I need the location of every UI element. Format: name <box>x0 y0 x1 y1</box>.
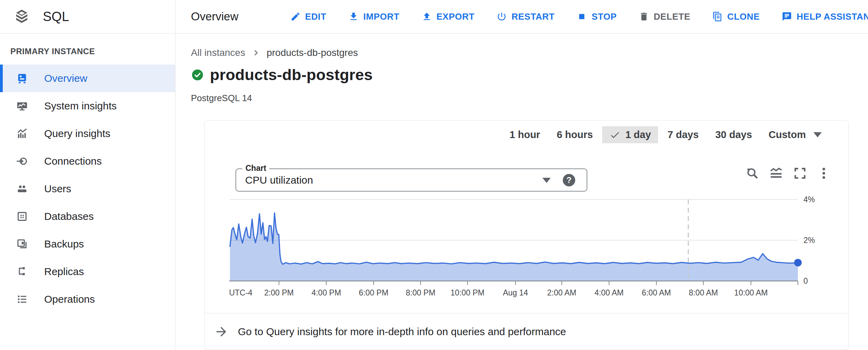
selected-indicator <box>0 203 3 230</box>
x-label: 8:00 AM <box>689 288 718 297</box>
selected-indicator <box>0 285 3 313</box>
action-label: IMPORT <box>363 11 399 22</box>
x-label: 6:00 PM <box>359 288 388 297</box>
action-label: EXPORT <box>436 11 475 22</box>
sidebar-item-label: Query insights <box>44 128 110 139</box>
zoom-reset-icon[interactable] <box>745 166 760 181</box>
selected-indicator <box>0 65 3 92</box>
x-label: 10:00 PM <box>451 288 484 297</box>
x-label: UTC-4 <box>229 288 252 297</box>
sidebar-item-label: Databases <box>44 211 94 222</box>
sidebar-item-overview[interactable]: Overview <box>0 65 175 92</box>
breadcrumb: All instances products-db-postgres <box>191 47 868 58</box>
sidebar-nav: OverviewSystem insightsQuery insightsCon… <box>0 65 175 313</box>
sidebar-item-system-insights[interactable]: System insights <box>0 92 175 120</box>
export-button[interactable]: EXPORT <box>422 11 475 22</box>
time-range-label: 1 day <box>625 129 651 140</box>
sidebar-item-backups[interactable]: Backups <box>0 230 175 258</box>
sidebar-item-label: Connections <box>44 155 102 167</box>
delete-button[interactable]: DELETE <box>639 11 690 22</box>
page-title: Overview <box>191 10 239 23</box>
time-range-label: 30 days <box>715 129 752 140</box>
sidebar-item-connections[interactable]: Connections <box>0 147 175 175</box>
more-vert-icon[interactable] <box>817 166 831 181</box>
sidebar-item-operations[interactable]: Operations <box>0 285 175 313</box>
y-label: 4% <box>803 195 815 204</box>
y-label: 2% <box>803 236 815 245</box>
query-insights-link[interactable]: Go to Query insights for more in-depth i… <box>205 313 848 350</box>
instance-toolbar: Overview EDITIMPORTEXPORTRESTARTSTOPDELE… <box>175 0 868 33</box>
connections-icon <box>16 155 28 167</box>
time-range-1-day[interactable]: 1 day <box>602 126 658 143</box>
databases-icon <box>16 211 28 222</box>
chart-metric-select[interactable]: Chart CPU utilization ? <box>235 168 587 192</box>
sidebar-section-label: PRIMARY INSTANCE <box>0 33 175 65</box>
selected-indicator <box>0 230 3 258</box>
chart-toolbar <box>745 166 831 181</box>
stop-button[interactable]: STOP <box>577 11 617 22</box>
backups-icon <box>16 238 28 250</box>
area-chart-icon[interactable] <box>769 166 783 181</box>
time-range-7-days[interactable]: 7 days <box>660 126 706 143</box>
time-range-1-hour[interactable]: 1 hour <box>502 126 548 143</box>
sidebar-item-users[interactable]: Users <box>0 175 175 203</box>
time-range-custom[interactable]: Custom <box>761 126 829 143</box>
delete-icon <box>639 11 649 22</box>
instance-version: PostgreSQL 14 <box>191 93 868 104</box>
edit-button[interactable]: EDIT <box>290 11 327 22</box>
sidebar-item-query-insights[interactable]: Query insights <box>0 120 175 147</box>
chart-metric-value: CPU utilization <box>245 174 313 186</box>
cpu-utilization-chart[interactable]: UTC-42:00 PM4:00 PM6:00 PM8:00 PM10:00 P… <box>205 192 849 306</box>
selected-indicator <box>0 120 3 147</box>
sidebar: PRIMARY INSTANCE OverviewSystem insights… <box>0 33 175 350</box>
sidebar-item-label: Replicas <box>44 266 84 278</box>
cpu-line <box>230 213 798 264</box>
x-label: 8:00 PM <box>406 288 435 297</box>
main-content: All instances products-db-postgres produ… <box>175 33 868 350</box>
y-label: 0 <box>803 276 808 285</box>
x-label: 4:00 PM <box>311 288 341 297</box>
x-label: 10:00 AM <box>734 288 768 297</box>
action-label: STOP <box>591 11 617 22</box>
import-icon <box>348 11 359 22</box>
chevron-right-icon <box>251 48 261 58</box>
product-brand: SQL <box>0 0 175 33</box>
action-label: EDIT <box>305 11 327 22</box>
dropdown-caret-icon <box>813 132 822 137</box>
operations-icon <box>16 293 28 305</box>
time-range-6-hours[interactable]: 6 hours <box>549 126 600 143</box>
restart-button[interactable]: RESTART <box>496 11 554 22</box>
clone-icon <box>712 11 723 22</box>
restart-icon <box>496 11 507 22</box>
sidebar-item-label: System insights <box>44 100 117 112</box>
help-assistant-icon <box>782 11 792 22</box>
time-range-30-days[interactable]: 30 days <box>708 126 759 143</box>
help-icon[interactable]: ? <box>563 174 575 186</box>
action-label: DELETE <box>654 11 690 22</box>
sidebar-item-label: Backups <box>44 238 84 250</box>
system-insights-icon <box>16 100 28 112</box>
select-dropdown-arrow-icon[interactable] <box>542 178 551 183</box>
status-healthy-icon <box>191 68 204 81</box>
x-label: 4:00 AM <box>595 288 624 297</box>
sidebar-item-replicas[interactable]: Replicas <box>0 258 175 285</box>
time-range-label: Custom <box>769 129 806 140</box>
selected-indicator <box>0 258 3 285</box>
toolbar-actions: EDITIMPORTEXPORTRESTARTSTOPDELETECLONEHE… <box>290 11 868 22</box>
time-range-selector: 1 hour6 hours1 day7 days30 daysCustom <box>500 126 829 143</box>
x-label: 2:00 AM <box>547 288 576 297</box>
time-range-label: 6 hours <box>557 129 593 140</box>
product-name: SQL <box>43 9 69 24</box>
time-range-label: 7 days <box>667 129 698 140</box>
clone-button[interactable]: CLONE <box>712 11 760 22</box>
sidebar-item-databases[interactable]: Databases <box>0 203 175 230</box>
instance-name: products-db-postgres <box>210 66 373 84</box>
breadcrumb-all-instances[interactable]: All instances <box>191 47 245 58</box>
fullscreen-icon[interactable] <box>793 166 807 181</box>
replicas-icon <box>16 266 28 278</box>
time-range-label: 1 hour <box>510 129 540 140</box>
help-assistant-button[interactable]: HELP ASSISTANT <box>782 11 868 22</box>
action-label: RESTART <box>511 11 554 22</box>
x-label: 6:00 AM <box>642 288 671 297</box>
import-button[interactable]: IMPORT <box>348 11 399 22</box>
